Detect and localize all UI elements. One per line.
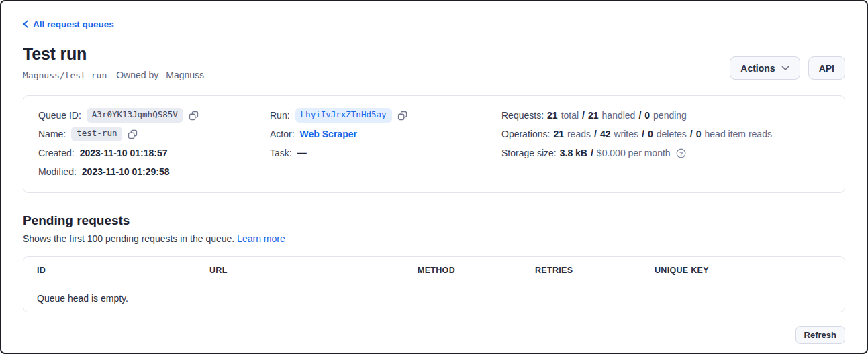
run-row: Run: LhyiIvJrxZTnHd5ay — [270, 106, 501, 125]
run-label: Run: — [270, 110, 290, 121]
storage-size-value: 3.8 kB — [560, 148, 587, 158]
pending-requests-table: ID URL METHOD RETRIES UNIQUE KEY Queue h… — [23, 256, 845, 312]
requests-handled-unit: handled — [602, 110, 636, 121]
learn-more-link[interactable]: Learn more — [237, 233, 285, 244]
task-value: — — [297, 148, 307, 158]
copy-queue-id-button[interactable] — [189, 111, 199, 121]
operations-head-reads-unit: head item reads — [705, 129, 772, 139]
actor-link[interactable]: Web Scraper — [300, 129, 357, 139]
queue-id-value: A3r0YK13JqmhQS85V — [87, 108, 183, 122]
copy-icon — [128, 129, 138, 139]
refresh-button-label: Refresh — [804, 330, 836, 340]
created-row: Created: 2023-11-10 01:18:57 — [38, 143, 270, 162]
table-empty-message: Queue head is empty. — [23, 284, 845, 312]
modified-label: Modified: — [38, 166, 77, 177]
operations-reads-unit: reads — [567, 129, 591, 139]
operations-head-reads-value: 0 — [696, 129, 702, 139]
name-value: test-run — [71, 127, 122, 141]
api-button[interactable]: API — [808, 56, 845, 80]
api-button-label: API — [819, 63, 834, 74]
column-header-method: METHOD — [404, 266, 522, 275]
operations-label: Operations: — [501, 129, 550, 139]
operations-reads-value: 21 — [553, 129, 564, 139]
run-id-link[interactable]: LhyiIvJrxZTnHd5ay — [295, 108, 392, 122]
separator: / — [594, 129, 597, 139]
storage-help-button[interactable]: ? — [676, 148, 686, 158]
copy-icon — [189, 111, 199, 121]
pending-requests-description: Shows the first 100 pending requests in … — [23, 233, 845, 244]
storage-label: Storage size: — [501, 148, 557, 158]
page-title: Test run — [23, 44, 204, 64]
task-label: Task: — [270, 148, 292, 158]
requests-label: Requests: — [501, 110, 544, 121]
owner-name: Magnuss — [166, 70, 204, 80]
operations-row: Operations: 21 reads / 42 writes / 0 del… — [501, 125, 830, 143]
operations-deletes-unit: deletes — [657, 129, 687, 139]
storage-row: Storage size: 3.8 kB / $0.000 per month … — [501, 143, 830, 162]
pending-requests-description-text: Shows the first 100 pending requests in … — [23, 233, 234, 244]
modified-value: 2023-11-10 01:29:58 — [82, 166, 170, 177]
column-header-url: URL — [196, 266, 404, 275]
queue-overview-card: Queue ID: A3r0YK13JqmhQS85V Name: test-r… — [23, 95, 845, 193]
actions-button-label: Actions — [740, 63, 775, 74]
chevron-left-icon — [23, 20, 28, 28]
requests-total-unit: total — [561, 110, 579, 121]
requests-row: Requests: 21 total / 21 handled / 0 pend… — [501, 106, 830, 125]
operations-writes-unit: writes — [614, 129, 638, 139]
owned-by-label: Owned by — [116, 70, 158, 80]
column-header-id: ID — [23, 266, 196, 275]
actions-button[interactable]: Actions — [730, 56, 800, 80]
page-header: Test run Magnuss/test-run Owned by Magnu… — [23, 44, 845, 80]
actor-row: Actor: Web Scraper — [270, 125, 501, 143]
copy-icon — [397, 111, 407, 121]
requests-pending-unit: pending — [653, 110, 687, 121]
requests-total-value: 21 — [547, 110, 558, 121]
copy-name-button[interactable] — [128, 129, 138, 139]
task-row: Task: — — [270, 143, 501, 162]
column-header-unique-key: UNIQUE KEY — [641, 266, 845, 275]
operations-deletes-value: 0 — [648, 129, 653, 139]
breadcrumb-label: All request queues — [33, 19, 114, 30]
pending-requests-heading: Pending requests — [23, 213, 845, 228]
column-header-retries: RETRIES — [522, 266, 641, 275]
svg-text:?: ? — [679, 150, 682, 156]
app-window: All request queues Test run Magnuss/test… — [0, 0, 868, 354]
refresh-button[interactable]: Refresh — [795, 326, 845, 344]
operations-writes-value: 42 — [600, 129, 611, 139]
created-value: 2023-11-10 01:18:57 — [80, 148, 168, 158]
queue-id-row: Queue ID: A3r0YK13JqmhQS85V — [38, 106, 270, 125]
separator: / — [690, 129, 693, 139]
separator: / — [591, 148, 593, 158]
breadcrumb[interactable]: All request queues — [23, 19, 114, 30]
requests-pending-value: 0 — [644, 110, 650, 121]
created-label: Created: — [38, 148, 75, 158]
storage-cost-value: $0.000 per month — [597, 148, 671, 158]
name-row: Name: test-run — [38, 125, 270, 143]
separator: / — [638, 110, 641, 121]
name-label: Name: — [38, 129, 66, 139]
help-icon: ? — [676, 148, 686, 158]
requests-handled-value: 21 — [588, 110, 599, 121]
table-header-row: ID URL METHOD RETRIES UNIQUE KEY — [23, 257, 845, 284]
separator: / — [642, 129, 644, 139]
separator: / — [582, 110, 585, 121]
modified-row: Modified: 2023-11-10 01:29:58 — [38, 162, 270, 181]
page-subtitle: Magnuss/test-run Owned by Magnuss — [23, 70, 204, 80]
actor-label: Actor: — [270, 129, 295, 139]
queue-path: Magnuss/test-run — [23, 70, 107, 80]
copy-run-id-button[interactable] — [397, 111, 407, 121]
queue-id-label: Queue ID: — [38, 110, 81, 121]
chevron-down-icon — [781, 66, 789, 71]
